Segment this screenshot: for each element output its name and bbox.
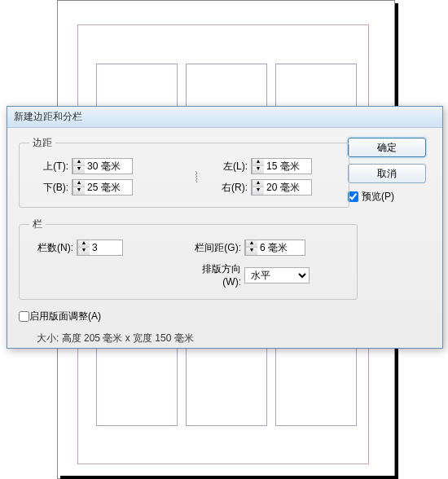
- columns-group: 栏 栏数(N): ▲▼ 栏间距(G): ▲▼: [19, 218, 358, 300]
- top-spin[interactable]: ▲▼: [72, 158, 133, 174]
- top-input[interactable]: [85, 160, 132, 173]
- chevron-down-icon[interactable]: ▼: [72, 187, 85, 195]
- enable-layout-adjust-checkbox[interactable]: [19, 311, 29, 322]
- enable-layout-adjust-label: 启用版面调整(A): [29, 310, 101, 323]
- column-count-label: 栏数(N):: [29, 241, 73, 255]
- dialog-titlebar[interactable]: 新建边距和分栏: [7, 107, 442, 128]
- chevron-down-icon[interactable]: ▼: [245, 248, 257, 255]
- writing-direction-select[interactable]: 水平: [244, 267, 310, 283]
- size-text: 大小: 高度 205 毫米 x 宽度 150 毫米: [37, 332, 345, 345]
- gutter-label: 栏间距(G):: [184, 241, 241, 255]
- right-label: 右(R):: [209, 181, 248, 195]
- bottom-input[interactable]: [85, 181, 132, 194]
- column-count-spin[interactable]: ▲▼: [77, 240, 123, 256]
- column-count-input[interactable]: [90, 241, 122, 254]
- columns-legend: 栏: [29, 218, 46, 231]
- chevron-down-icon[interactable]: ▼: [77, 248, 90, 255]
- gutter-spin[interactable]: ▲▼: [244, 240, 305, 256]
- chevron-down-icon[interactable]: ▼: [252, 166, 264, 174]
- margins-columns-dialog: 新建边距和分栏 边距 上(T): ▲▼ ⦚ 左(L):: [7, 106, 443, 349]
- bottom-label: 下(B):: [29, 181, 68, 195]
- bottom-spin[interactable]: ▲▼: [72, 179, 133, 196]
- right-spin[interactable]: ▲▼: [251, 179, 312, 196]
- ok-button[interactable]: 确定: [348, 138, 426, 157]
- left-label: 左(L):: [209, 160, 248, 174]
- chevron-down-icon[interactable]: ▼: [252, 187, 264, 195]
- margins-group: 边距 上(T): ▲▼ ⦚ 左(L): ▲▼: [19, 136, 349, 208]
- left-spin[interactable]: ▲▼: [251, 158, 312, 174]
- right-input[interactable]: [264, 181, 311, 194]
- top-label: 上(T):: [29, 160, 68, 174]
- margins-legend: 边距: [29, 136, 55, 150]
- page-shadow: [60, 476, 398, 479]
- preview-label: 预览(P): [362, 190, 394, 204]
- cancel-button[interactable]: 取消: [348, 164, 426, 183]
- chevron-down-icon[interactable]: ▼: [72, 166, 85, 174]
- gutter-input[interactable]: [257, 241, 305, 254]
- writing-direction-label: 排版方向(W):: [184, 262, 241, 288]
- left-input[interactable]: [264, 160, 311, 173]
- link-icon[interactable]: ⦚: [184, 170, 209, 183]
